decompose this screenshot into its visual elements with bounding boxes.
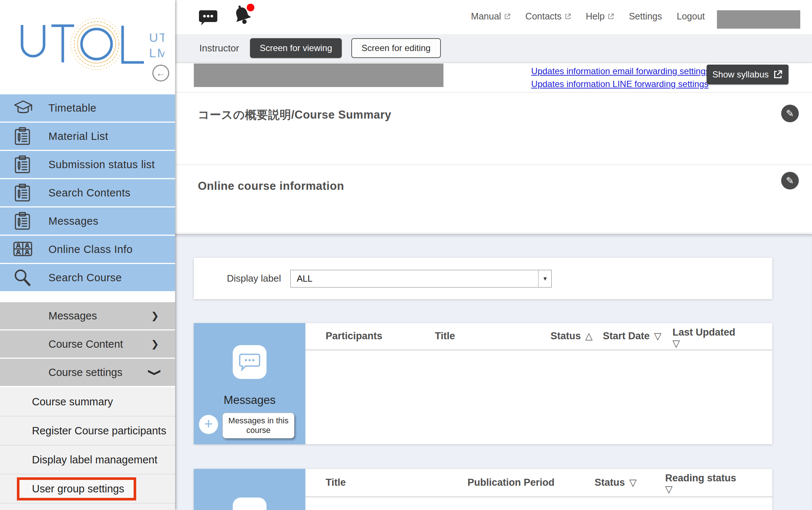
messages-panel: Messages + Messages in this course Parti… — [194, 323, 772, 444]
materials-tile — [194, 469, 305, 510]
chevron-right-icon: ❯ — [151, 310, 159, 322]
sidebar-group-label: Course Content — [48, 338, 151, 350]
screen-for-editing-button[interactable]: Screen for editing — [351, 38, 441, 58]
clipboard-icon — [12, 154, 35, 175]
clipboard-icon — [12, 211, 35, 231]
email-forwarding-settings-link[interactable]: Updates information email forwarding set… — [531, 65, 710, 77]
top-bar: Manual Contacts Help Settings Logout — [175, 0, 812, 34]
sidebar-item-search-course[interactable]: Search Course — [0, 264, 175, 291]
notification-bell-icon[interactable] — [231, 4, 254, 28]
sidebar-collapse-button[interactable]: ← — [152, 65, 169, 82]
sidebar-item-label: Online Class Info — [48, 243, 133, 256]
nav-label: Manual — [471, 11, 501, 22]
line-forwarding-settings-link[interactable]: Updates information LINE forwarding sett… — [531, 77, 710, 90]
messages-tile: Messages + Messages in this course — [194, 323, 305, 444]
sidebar-subitem-display-label-management[interactable]: Display label management — [0, 445, 175, 474]
sidebar-item-online-class-info[interactable]: Online Class Info — [0, 236, 175, 263]
sidebar-subitem-label: Register Course participants — [32, 425, 166, 437]
nav-label: Contacts — [525, 11, 562, 22]
column-header-participants: Participants — [326, 323, 383, 349]
nav-contacts-link[interactable]: Contacts — [525, 11, 571, 22]
column-header-start-date-sort[interactable]: Start Date▽ — [595, 323, 669, 349]
nav-label: Logout — [677, 11, 705, 22]
add-message-button[interactable]: + — [199, 415, 218, 434]
chat-bubble-icon — [233, 345, 267, 379]
display-label-select[interactable]: ALL ▼ — [290, 270, 552, 287]
search-icon — [12, 267, 35, 288]
nav-help-link[interactable]: Help — [586, 11, 614, 22]
chevron-down-icon: ❯ — [148, 368, 162, 376]
role-label: Instructor — [199, 43, 239, 54]
materials-table-header: Title Publication Period Status▽ Reading… — [305, 469, 772, 498]
course-summary-section: コースの概要説明/Course Summary ✎ — [175, 93, 812, 165]
logo-subtitle-1: UTokyo — [149, 30, 164, 44]
dropdown-arrow-icon: ▼ — [538, 270, 551, 287]
course-header-row: Updates information email forwarding set… — [175, 62, 812, 93]
sidebar-item-search-contents[interactable]: Search Contents — [0, 179, 175, 206]
sidebar-group-course-content[interactable]: Course Content ❯ — [0, 330, 175, 358]
sort-desc-icon: ▽ — [629, 477, 637, 488]
sidebar-item-label: Messages — [48, 215, 98, 227]
utol-lms-app: UTokyo LMS ← Timetable Material List Sub… — [0, 0, 812, 510]
sidebar-item-material-list[interactable]: Material List — [0, 123, 175, 150]
nav-logout-link[interactable]: Logout — [677, 11, 705, 22]
external-link-icon — [504, 13, 511, 20]
utol-logo-icon: UTokyo LMS — [18, 18, 164, 76]
sidebar-subitem-label: Display label management — [32, 454, 157, 466]
top-navigation: Manual Contacts Help Settings Logout — [471, 11, 705, 22]
screen-for-viewing-button[interactable]: Screen for viewing — [250, 38, 341, 58]
sidebar-subitem-course-summary[interactable]: Course summary — [0, 387, 175, 416]
sidebar-item-label: Submission status list — [48, 159, 155, 171]
sidebar-subitem-register-course-participants[interactable]: Register Course participants — [0, 416, 175, 445]
sidebar-subitem-label: Course summary — [32, 396, 113, 408]
edit-pencil-icon[interactable]: ✎ — [781, 172, 799, 189]
materials-table: Title Publication Period Status▽ Reading… — [305, 469, 772, 510]
edit-pencil-icon[interactable]: ✎ — [781, 105, 799, 122]
sort-desc-icon: ▽ — [654, 330, 661, 342]
messages-in-this-course-button[interactable]: Messages in this course — [222, 413, 294, 438]
sidebar-item-submission-status-list[interactable]: Submission status list — [0, 151, 175, 178]
chat-icon[interactable] — [199, 7, 218, 28]
sidebar: UTokyo LMS ← Timetable Material List Sub… — [0, 0, 175, 510]
sidebar-spacer — [0, 292, 175, 302]
chevron-right-icon: ❯ — [151, 339, 159, 350]
sidebar-item-label: Search Course — [48, 272, 122, 284]
sort-desc-icon: ▽ — [673, 338, 753, 349]
online-course-info-section: Online course information ✎ — [175, 165, 812, 233]
column-header-title: Title — [405, 323, 485, 349]
course-summary-title: コースの概要説明/Course Summary — [198, 107, 391, 123]
sort-desc-icon: ▽ — [665, 484, 746, 495]
updates-links: Updates information email forwarding set… — [531, 65, 710, 90]
people-grid-icon — [12, 239, 35, 260]
sidebar-group-messages[interactable]: Messages ❯ — [0, 302, 175, 329]
sidebar-item-messages[interactable]: Messages — [0, 207, 175, 235]
sidebar-submenu: Course summary Register Course participa… — [0, 387, 175, 510]
clipboard-icon — [12, 126, 35, 147]
notification-dot — [247, 4, 254, 11]
messages-table: Participants Title Status△ Start Date▽ L — [305, 323, 772, 444]
materials-panel: Title Publication Period Status▽ Reading… — [194, 469, 772, 510]
sidebar-item-label: Timetable — [48, 102, 97, 114]
nav-settings-link[interactable]: Settings — [629, 11, 662, 22]
sidebar-group-label: Course settings — [48, 366, 151, 379]
sidebar-item-timetable[interactable]: Timetable — [0, 94, 175, 122]
column-header-status-sort[interactable]: Status▽ — [584, 469, 647, 496]
sort-asc-icon: △ — [585, 330, 592, 342]
messages-tile-title: Messages — [194, 394, 305, 407]
sidebar-item-label: Search Contents — [48, 187, 131, 199]
main-area: Manual Contacts Help Settings Logout — [175, 0, 812, 510]
column-header-publication-period: Publication Period — [445, 469, 577, 496]
column-header-title: Title — [326, 469, 346, 496]
sidebar-group-course-settings[interactable]: Course settings ❯ — [0, 359, 175, 386]
show-syllabus-button[interactable]: Show syllabus — [707, 65, 789, 84]
materials-tile-icon — [233, 498, 267, 510]
course-title-redacted — [194, 64, 443, 87]
sidebar-subitem-user-group-settings[interactable]: User group settings — [0, 474, 175, 503]
nav-manual-link[interactable]: Manual — [471, 11, 511, 22]
column-header-reading-status-sort[interactable]: Reading status▽ — [665, 469, 746, 496]
highlight-box: User group settings — [17, 477, 136, 500]
column-header-last-updated-sort[interactable]: Last Updated▽ — [673, 323, 753, 349]
display-label-selected-value: ALL — [291, 270, 538, 287]
nav-label: Help — [586, 11, 605, 22]
logo-subtitle-2: LMS — [149, 46, 164, 60]
